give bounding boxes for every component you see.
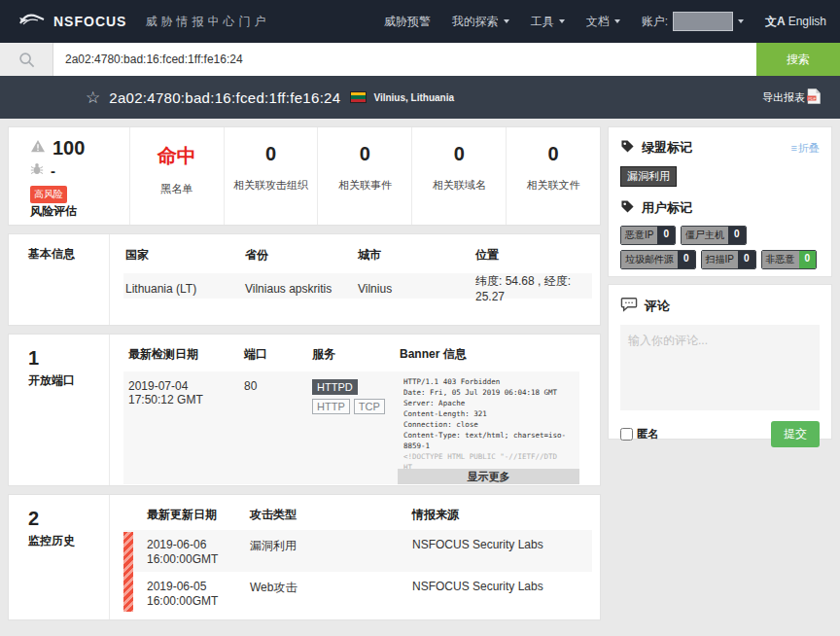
tag-label: 非恶意: [762, 251, 799, 268]
language-switcher[interactable]: 文A English: [765, 14, 826, 30]
time: 16:00:00GMT: [147, 594, 250, 609]
tag-count: 0: [799, 251, 817, 268]
basic-info-section-label: 基本信息: [9, 234, 110, 325]
table-row: 2019-07-04 17:50:12 GMT 80 HTTPD HTTP TC…: [123, 371, 579, 484]
nsfocus-tags-header: 绿盟标记 ≡ 折叠: [620, 139, 820, 157]
comments-card: 评论 匿名 提交: [608, 284, 832, 440]
comments-section-label: 评论: [645, 298, 670, 315]
column-header: 城市: [356, 247, 473, 264]
nav-my-exploration[interactable]: 我的探索: [452, 14, 509, 30]
column-header: Banner 信息: [398, 346, 579, 363]
nav-label: 我的探索: [452, 14, 499, 30]
brand-home-link[interactable]: NSFOCUS 威胁情报中心门户: [18, 11, 269, 32]
language-icon: 文A: [765, 14, 786, 30]
stat-related-events: 0 相关联事件: [318, 127, 412, 225]
brand-name: NSFOCUS: [53, 14, 126, 29]
nsfocus-logo-icon: [18, 11, 47, 32]
banner-line: Content-Length: 321: [403, 408, 574, 419]
update-date-cell: 2019-06-06 16:00:00GMT: [123, 538, 250, 572]
service-badge-tcp: TCP: [354, 399, 385, 414]
update-date-cell: 2019-06-05 16:00:00GMT: [123, 580, 250, 614]
anonymous-checkbox[interactable]: [620, 428, 633, 441]
tag-label: 扫描IP: [702, 251, 738, 268]
stat-value: 0: [412, 143, 506, 165]
open-ports-card: 1 开放端口 最新检测日期 端口 服务 Banner 信息 2019-07-04…: [8, 334, 601, 486]
malware-value: -: [51, 163, 55, 178]
column-header: 服务: [307, 346, 398, 363]
account-label: 账户:: [642, 14, 668, 30]
anonymous-label: 匿名: [637, 427, 658, 442]
high-risk-badge: 高风险: [30, 186, 67, 203]
nsfocus-tag-exploit[interactable]: 漏洞利用: [620, 166, 677, 187]
collapse-icon: ≡: [791, 142, 797, 154]
chevron-down-icon: [504, 19, 509, 23]
search-button[interactable]: 搜索: [756, 43, 840, 76]
chevron-down-icon: [559, 19, 565, 23]
date: 2019-06-05: [147, 580, 250, 594]
monitor-history-side: 2 监控历史: [9, 495, 110, 619]
stat-label: 黑名单: [130, 182, 224, 196]
table-row: Lithuania (LT) Vilniaus apskritis Vilniu…: [123, 273, 592, 299]
tag-label: 僵尸主机: [682, 227, 728, 244]
stat-label: 相关联事件: [318, 178, 411, 193]
detect-date-cell: 2019-07-04 17:50:12 GMT: [123, 371, 239, 484]
column-header: 位置: [473, 247, 592, 264]
risk-stripe-bar: [123, 532, 133, 612]
basic-info-header-row: 国家 省份 城市 位置: [123, 247, 592, 273]
tag-label: 恶意IP: [621, 227, 657, 244]
search-input[interactable]: [53, 43, 756, 76]
collapse-label: 折叠: [798, 141, 820, 156]
stat-related-attack-groups: 0 相关联攻击组织: [225, 127, 319, 225]
attack-type-cell: 漏洞利用: [250, 538, 412, 572]
user-tag-zombie-host[interactable]: 僵尸主机 0: [681, 226, 747, 245]
favorite-star-icon[interactable]: ☆: [86, 89, 100, 106]
nsfocus-tags-label: 绿盟标记: [642, 139, 692, 157]
show-more-button[interactable]: 显示更多: [398, 469, 579, 484]
export-report-label: 导出报表: [762, 90, 805, 105]
monitor-history-count: 2: [28, 509, 105, 528]
open-ports-header-row: 最新检测日期 端口 服务 Banner 信息: [123, 346, 579, 371]
search-icon: [0, 43, 53, 76]
column-header: 省份: [243, 247, 356, 264]
open-ports-table: 最新检测日期 端口 服务 Banner 信息 2019-07-04 17:50:…: [110, 335, 600, 485]
tag-count: 0: [678, 251, 695, 268]
bug-icon: [30, 161, 44, 179]
attack-type-cell: Web攻击: [250, 580, 412, 614]
main-content: 100 - 高风险: [0, 119, 840, 628]
collapse-button[interactable]: ≡ 折叠: [791, 141, 820, 156]
open-ports-side: 1 开放端口: [9, 335, 110, 485]
risk-score: 100: [52, 138, 85, 158]
pdf-icon: PDF: [807, 88, 821, 106]
banner-line: 8859-1: [403, 441, 574, 451]
portal-title: 威胁情报中心门户: [145, 14, 269, 30]
time: 16:00:00GMT: [147, 552, 250, 567]
user-tag-scanner-ip[interactable]: 扫描IP 0: [701, 250, 756, 269]
submit-comment-button[interactable]: 提交: [771, 421, 820, 447]
risk-assessment: 100 - 高风险: [9, 127, 130, 225]
service-cell: HTTPD HTTP TCP: [307, 371, 398, 484]
user-tag-spam-source[interactable]: 垃圾邮件源 0: [620, 250, 696, 269]
nav-documents[interactable]: 文档: [586, 14, 620, 30]
column-header: 最新更新日期: [123, 507, 250, 523]
open-ports-count: 1: [28, 348, 105, 368]
stat-value: 0: [225, 143, 318, 165]
nav-threat-warning[interactable]: 威胁预警: [384, 14, 431, 30]
stat-related-files: 0 相关联文件: [507, 127, 600, 225]
svg-text:PDF: PDF: [808, 96, 817, 101]
source-cell: NSFOCUS Security Labs: [412, 580, 592, 614]
language-label: English: [788, 15, 826, 28]
nav-tools[interactable]: 工具: [531, 14, 565, 30]
stat-label: 相关联攻击组织: [225, 178, 318, 193]
user-tag-malicious-ip[interactable]: 恶意IP 0: [620, 226, 676, 245]
top-nav: 威胁预警 我的探索 工具 文档 账户: 文A English: [384, 12, 826, 31]
account-dropdown[interactable]: [673, 12, 733, 31]
user-tag-benign[interactable]: 非恶意 0: [761, 250, 818, 269]
stat-value: 0: [507, 143, 600, 165]
banner-line: HTTP/1.1 403 Forbidden: [403, 376, 574, 387]
stat-blacklist: 命中 黑名单: [130, 127, 225, 225]
service-badge-httpd: HTTPD: [312, 379, 358, 395]
tag-count: 0: [728, 227, 746, 244]
export-report-button[interactable]: 导出报表 PDF: [762, 88, 821, 106]
comment-input[interactable]: [620, 325, 820, 410]
stat-related-domains: 0 相关联域名: [412, 127, 507, 225]
